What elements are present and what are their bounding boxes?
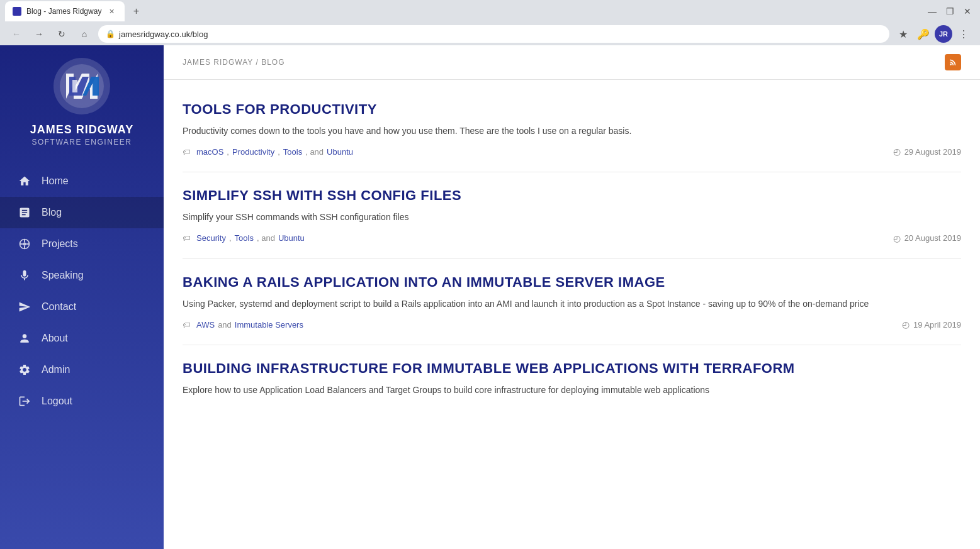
tag-icon-ssh: 🏷	[183, 233, 191, 243]
new-tab-button[interactable]: +	[127, 3, 145, 20]
post-excerpt-terraform: Explore how to use Application Load Bala…	[183, 383, 961, 397]
clock-icon-rails: ◴	[902, 319, 910, 330]
speaking-icon	[18, 269, 31, 282]
sidebar-item-admin[interactable]: Admin	[0, 354, 164, 385]
post-meta-ssh: 🏷 Security, Tools, and Ubuntu ◴ 20 Augus…	[183, 233, 961, 243]
window-controls: — ❐ ✕	[925, 4, 975, 19]
blog-post-baking-rails: BAKING A RAILS APPLICATION INTO AN IMMUT…	[183, 259, 961, 345]
post-tags-tools: 🏷 macOS, Productivity, Tools, and Ubuntu	[183, 147, 353, 157]
post-tags-ssh: 🏷 Security, Tools, and Ubuntu	[183, 233, 305, 243]
browser-titlebar: Blog - James Ridgway ✕ + — ❐ ✕	[0, 0, 980, 23]
bookmark-button[interactable]: ★	[894, 25, 912, 43]
post-excerpt-ssh: Simplify your SSH commands with SSH conf…	[183, 210, 961, 224]
sidebar-logo-container: JAMES RIDGWAY SOFTWARE ENGINEER	[30, 58, 133, 147]
tag-tools-ssh[interactable]: Tools	[235, 233, 254, 243]
post-excerpt-tools: Productivity comes down to the tools you…	[183, 124, 961, 138]
about-label: About	[42, 333, 68, 344]
main-content: JAMES RIDGWAY / BLOG TOOLS FOR PRODUCTIV…	[164, 45, 980, 549]
blog-label: Blog	[42, 207, 62, 218]
projects-icon	[18, 237, 31, 251]
logo-svg	[60, 64, 104, 108]
back-button[interactable]: ←	[8, 25, 25, 43]
sidebar-item-logout[interactable]: Logout	[0, 385, 164, 417]
svg-point-6	[23, 243, 26, 246]
post-title-tools[interactable]: TOOLS FOR PRODUCTIVITY	[183, 101, 961, 118]
post-excerpt-rails: Using Packer, systemd and deployment scr…	[183, 297, 961, 311]
contact-label: Contact	[42, 301, 76, 313]
app-container: JAMES RIDGWAY SOFTWARE ENGINEER Home Blo…	[0, 45, 980, 549]
tag-ubuntu[interactable]: Ubuntu	[327, 147, 353, 157]
tag-aws[interactable]: AWS	[196, 320, 215, 330]
rss-button[interactable]	[945, 54, 961, 70]
tag-sep3: , and	[305, 147, 324, 157]
post-tags-rails: 🏷 AWS and Immutable Servers	[183, 320, 303, 330]
clock-icon-tools: ◴	[893, 147, 901, 157]
browser-tab[interactable]: Blog - James Ridgway ✕	[5, 1, 125, 21]
lock-icon: 🔒	[106, 30, 115, 38]
projects-label: Projects	[42, 238, 78, 250]
restore-button[interactable]: ❐	[942, 4, 957, 19]
address-bar[interactable]: 🔒 jamesridgway.co.uk/blog	[98, 25, 889, 43]
post-meta-tools: 🏷 macOS, Productivity, Tools, and Ubuntu…	[183, 147, 961, 157]
sidebar-nav: Home Blog Projects Speaking	[0, 165, 164, 417]
date-text-tools: 29 August 2019	[904, 147, 961, 157]
sidebar-name: JAMES RIDGWAY	[30, 123, 133, 136]
blog-list: TOOLS FOR PRODUCTIVITY Productivity come…	[164, 80, 980, 549]
refresh-button[interactable]: ↻	[53, 25, 70, 43]
breadcrumb-bar: JAMES RIDGWAY / BLOG	[164, 45, 980, 80]
minimize-button[interactable]: —	[925, 4, 940, 19]
home-label: Home	[42, 175, 69, 187]
tag-sep-ssh: ,	[229, 233, 232, 243]
profile-button[interactable]: JR	[935, 25, 952, 43]
logout-label: Logout	[42, 396, 72, 407]
sidebar-item-home[interactable]: Home	[0, 165, 164, 197]
url-display: jamesridgway.co.uk/blog	[119, 30, 208, 39]
admin-icon	[18, 363, 31, 377]
tab-title: Blog - James Ridgway	[26, 7, 101, 16]
post-date-tools: ◴ 29 August 2019	[893, 147, 961, 157]
tag-sep: ,	[227, 147, 229, 157]
blog-post-tools-for-productivity: TOOLS FOR PRODUCTIVITY Productivity come…	[183, 86, 961, 172]
tag-tools[interactable]: Tools	[283, 147, 302, 157]
admin-label: Admin	[42, 364, 70, 375]
tag-security[interactable]: Security	[196, 233, 226, 243]
tag-macos[interactable]: macOS	[196, 147, 223, 157]
svg-marker-4	[72, 80, 77, 92]
tag-sep2-ssh: , and	[257, 233, 275, 243]
tag-icon-rails: 🏷	[183, 320, 191, 330]
tag-sep2: ,	[278, 147, 280, 157]
close-window-button[interactable]: ✕	[960, 4, 975, 19]
sidebar-subtitle: SOFTWARE ENGINEER	[31, 138, 132, 147]
post-title-terraform[interactable]: BUILDING INFRASTRUCTURE FOR IMMUTABLE WE…	[183, 360, 961, 377]
tag-immutable[interactable]: Immutable Servers	[235, 320, 303, 330]
home-icon	[18, 174, 31, 188]
tab-close-button[interactable]: ✕	[106, 6, 117, 17]
password-manager-button[interactable]: 🔑	[915, 25, 932, 43]
tag-productivity[interactable]: Productivity	[232, 147, 274, 157]
sidebar-logo	[54, 58, 110, 114]
contact-icon	[18, 300, 31, 314]
forward-button[interactable]: →	[30, 25, 48, 43]
blog-post-simplify-ssh: SIMPLIFY SSH WITH SSH CONFIG FILES Simpl…	[183, 172, 961, 258]
browser-addressbar: ← → ↻ ⌂ 🔒 jamesridgway.co.uk/blog ★ 🔑 JR…	[0, 23, 980, 45]
tag-icon: 🏷	[183, 147, 191, 157]
post-title-ssh[interactable]: SIMPLIFY SSH WITH SSH CONFIG FILES	[183, 187, 961, 204]
sidebar-item-contact[interactable]: Contact	[0, 291, 164, 323]
date-text-rails: 19 April 2019	[913, 320, 961, 330]
post-meta-rails: 🏷 AWS and Immutable Servers ◴ 19 April 2…	[183, 319, 961, 330]
sidebar-item-speaking[interactable]: Speaking	[0, 260, 164, 291]
blog-icon	[18, 206, 31, 219]
logout-icon	[18, 394, 31, 408]
sidebar-item-projects[interactable]: Projects	[0, 228, 164, 260]
about-icon	[18, 331, 31, 345]
browser-chrome: Blog - James Ridgway ✕ + — ❐ ✕ ← → ↻ ⌂ 🔒…	[0, 0, 980, 45]
tag-ubuntu-ssh[interactable]: Ubuntu	[278, 233, 305, 243]
blog-post-terraform: BUILDING INFRASTRUCTURE FOR IMMUTABLE WE…	[183, 345, 961, 421]
home-nav-button[interactable]: ⌂	[76, 25, 93, 43]
speaking-label: Speaking	[42, 270, 84, 281]
menu-button[interactable]: ⋮	[955, 25, 972, 43]
post-title-rails[interactable]: BAKING A RAILS APPLICATION INTO AN IMMUT…	[183, 274, 961, 291]
sidebar-item-blog[interactable]: Blog	[0, 197, 164, 228]
sidebar-item-about[interactable]: About	[0, 323, 164, 354]
tag-and-rails: and	[218, 320, 232, 330]
